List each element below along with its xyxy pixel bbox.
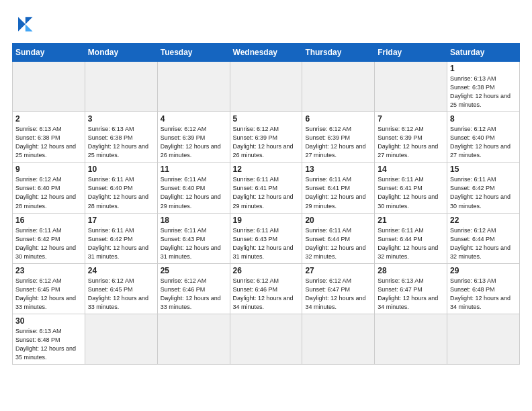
calendar-cell: 18Sunrise: 6:11 AM Sunset: 6:43 PM Dayli…	[157, 213, 230, 263]
day-info: Sunrise: 6:11 AM Sunset: 6:41 PM Dayligh…	[305, 175, 371, 210]
day-number: 25	[161, 266, 227, 275]
calendar-week-row: 16Sunrise: 6:11 AM Sunset: 6:42 PM Dayli…	[13, 213, 520, 263]
day-number: 10	[88, 165, 154, 174]
day-info: Sunrise: 6:11 AM Sunset: 6:40 PM Dayligh…	[88, 175, 154, 210]
calendar-cell: 25Sunrise: 6:12 AM Sunset: 6:46 PM Dayli…	[157, 263, 230, 314]
day-number: 4	[161, 114, 227, 124]
day-number: 21	[378, 216, 444, 225]
day-info: Sunrise: 6:13 AM Sunset: 6:47 PM Dayligh…	[378, 277, 444, 312]
day-info: Sunrise: 6:11 AM Sunset: 6:42 PM Dayligh…	[15, 226, 82, 261]
logo-icon	[12, 12, 36, 36]
calendar-cell: 23Sunrise: 6:12 AM Sunset: 6:45 PM Dayli…	[13, 263, 85, 314]
calendar-cell	[302, 62, 375, 112]
svg-marker-1	[26, 17, 33, 24]
calendar-cell	[85, 314, 157, 364]
calendar-cell: 19Sunrise: 6:11 AM Sunset: 6:43 PM Dayli…	[230, 213, 302, 263]
calendar-cell	[13, 62, 85, 112]
calendar-cell: 4Sunrise: 6:12 AM Sunset: 6:39 PM Daylig…	[157, 112, 230, 163]
day-number: 2	[15, 114, 82, 124]
calendar-cell: 7Sunrise: 6:12 AM Sunset: 6:39 PM Daylig…	[375, 112, 447, 163]
calendar-cell: 15Sunrise: 6:11 AM Sunset: 6:42 PM Dayli…	[447, 163, 520, 213]
day-number: 19	[233, 216, 300, 225]
day-number: 16	[15, 216, 82, 225]
calendar-cell: 5Sunrise: 6:12 AM Sunset: 6:39 PM Daylig…	[230, 112, 302, 163]
weekday-header-monday: Monday	[85, 44, 157, 62]
day-number: 26	[233, 266, 300, 275]
calendar-week-row: 1Sunrise: 6:13 AM Sunset: 6:38 PM Daylig…	[13, 62, 520, 112]
day-number: 13	[305, 165, 371, 174]
svg-marker-2	[26, 24, 33, 32]
day-number: 24	[88, 266, 154, 275]
day-number: 12	[233, 165, 300, 174]
day-info: Sunrise: 6:13 AM Sunset: 6:38 PM Dayligh…	[450, 75, 517, 109]
page: SundayMondayTuesdayWednesdayThursdayFrid…	[0, 0, 532, 411]
day-number: 6	[305, 114, 371, 124]
day-number: 27	[305, 266, 371, 275]
calendar-cell: 28Sunrise: 6:13 AM Sunset: 6:47 PM Dayli…	[375, 263, 447, 314]
day-number: 8	[450, 114, 517, 124]
day-info: Sunrise: 6:13 AM Sunset: 6:48 PM Dayligh…	[15, 327, 82, 362]
calendar-cell: 21Sunrise: 6:11 AM Sunset: 6:44 PM Dayli…	[375, 213, 447, 263]
weekday-header-thursday: Thursday	[302, 44, 375, 62]
calendar-week-row: 2Sunrise: 6:13 AM Sunset: 6:38 PM Daylig…	[13, 112, 520, 163]
day-info: Sunrise: 6:11 AM Sunset: 6:42 PM Dayligh…	[88, 226, 154, 261]
day-number: 14	[378, 165, 444, 174]
calendar-cell	[157, 62, 230, 112]
day-info: Sunrise: 6:11 AM Sunset: 6:44 PM Dayligh…	[378, 226, 444, 261]
calendar-cell	[447, 314, 520, 364]
weekday-header-tuesday: Tuesday	[157, 44, 230, 62]
calendar-cell: 16Sunrise: 6:11 AM Sunset: 6:42 PM Dayli…	[13, 213, 85, 263]
calendar-cell	[230, 62, 302, 112]
calendar-cell	[157, 314, 230, 364]
day-number: 18	[161, 216, 227, 225]
weekday-header-wednesday: Wednesday	[230, 44, 302, 62]
day-number: 22	[450, 216, 517, 225]
day-info: Sunrise: 6:12 AM Sunset: 6:46 PM Dayligh…	[161, 277, 227, 312]
calendar-cell: 12Sunrise: 6:11 AM Sunset: 6:41 PM Dayli…	[230, 163, 302, 213]
calendar-cell	[375, 314, 447, 364]
day-number: 23	[15, 266, 82, 275]
calendar-cell: 13Sunrise: 6:11 AM Sunset: 6:41 PM Dayli…	[302, 163, 375, 213]
day-info: Sunrise: 6:12 AM Sunset: 6:39 PM Dayligh…	[378, 125, 444, 160]
day-info: Sunrise: 6:12 AM Sunset: 6:39 PM Dayligh…	[305, 125, 371, 160]
weekday-header-friday: Friday	[375, 44, 447, 62]
day-info: Sunrise: 6:13 AM Sunset: 6:38 PM Dayligh…	[88, 125, 154, 160]
calendar-week-row: 9Sunrise: 6:12 AM Sunset: 6:40 PM Daylig…	[13, 163, 520, 213]
day-info: Sunrise: 6:11 AM Sunset: 6:42 PM Dayligh…	[450, 175, 517, 210]
logo	[12, 12, 39, 36]
day-info: Sunrise: 6:12 AM Sunset: 6:39 PM Dayligh…	[233, 125, 300, 160]
calendar-cell: 3Sunrise: 6:13 AM Sunset: 6:38 PM Daylig…	[85, 112, 157, 163]
calendar-cell: 22Sunrise: 6:12 AM Sunset: 6:44 PM Dayli…	[447, 213, 520, 263]
calendar-cell: 24Sunrise: 6:12 AM Sunset: 6:45 PM Dayli…	[85, 263, 157, 314]
calendar-cell: 1Sunrise: 6:13 AM Sunset: 6:38 PM Daylig…	[447, 62, 520, 112]
day-info: Sunrise: 6:11 AM Sunset: 6:41 PM Dayligh…	[378, 175, 444, 210]
calendar-cell: 26Sunrise: 6:12 AM Sunset: 6:46 PM Dayli…	[230, 263, 302, 314]
day-info: Sunrise: 6:12 AM Sunset: 6:40 PM Dayligh…	[450, 125, 517, 160]
day-number: 15	[450, 165, 517, 174]
day-number: 17	[88, 216, 154, 225]
weekday-header-sunday: Sunday	[13, 44, 85, 62]
day-info: Sunrise: 6:11 AM Sunset: 6:44 PM Dayligh…	[305, 226, 371, 261]
calendar-cell: 17Sunrise: 6:11 AM Sunset: 6:42 PM Dayli…	[85, 213, 157, 263]
day-info: Sunrise: 6:13 AM Sunset: 6:38 PM Dayligh…	[15, 125, 82, 160]
day-number: 20	[305, 216, 371, 225]
day-info: Sunrise: 6:12 AM Sunset: 6:47 PM Dayligh…	[305, 277, 371, 312]
header	[12, 12, 520, 36]
day-info: Sunrise: 6:12 AM Sunset: 6:40 PM Dayligh…	[15, 175, 82, 210]
day-number: 29	[450, 266, 517, 275]
weekday-header-row: SundayMondayTuesdayWednesdayThursdayFrid…	[13, 44, 520, 62]
calendar-cell: 8Sunrise: 6:12 AM Sunset: 6:40 PM Daylig…	[447, 112, 520, 163]
day-number: 11	[161, 165, 227, 174]
day-number: 5	[233, 114, 300, 124]
calendar-cell: 6Sunrise: 6:12 AM Sunset: 6:39 PM Daylig…	[302, 112, 375, 163]
svg-marker-0	[18, 17, 26, 32]
calendar-cell: 10Sunrise: 6:11 AM Sunset: 6:40 PM Dayli…	[85, 163, 157, 213]
day-number: 7	[378, 114, 444, 124]
calendar-cell	[230, 314, 302, 364]
calendar-cell: 30Sunrise: 6:13 AM Sunset: 6:48 PM Dayli…	[13, 314, 85, 364]
calendar-cell: 20Sunrise: 6:11 AM Sunset: 6:44 PM Dayli…	[302, 213, 375, 263]
calendar-cell	[302, 314, 375, 364]
day-info: Sunrise: 6:11 AM Sunset: 6:43 PM Dayligh…	[233, 226, 300, 261]
calendar-table: SundayMondayTuesdayWednesdayThursdayFrid…	[12, 43, 520, 365]
day-number: 9	[15, 165, 82, 174]
